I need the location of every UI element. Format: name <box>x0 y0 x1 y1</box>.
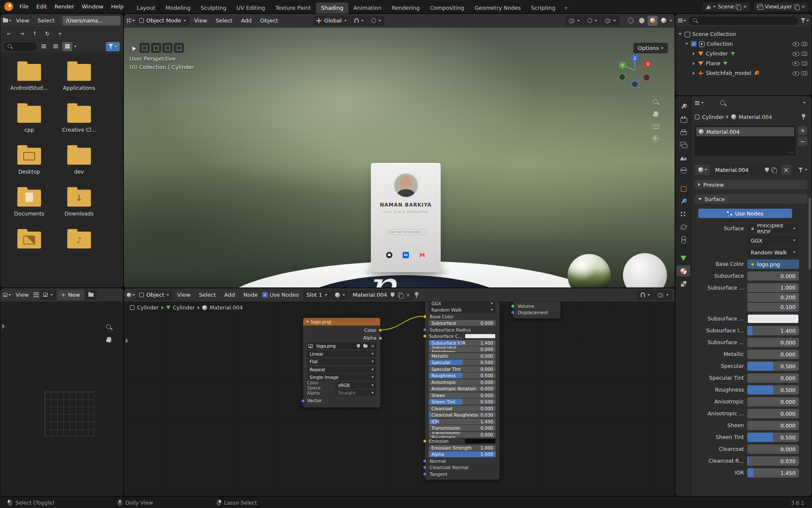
bsdf-row-normal[interactable]: Normal <box>429 458 496 464</box>
normal-input-socket[interactable] <box>423 459 427 463</box>
bsdf-row-clearcoat-roughness[interactable]: Clearcoat Roughness0.030 <box>429 412 496 418</box>
image-texture-node[interactable]: logo.png Color Alpha logo.png Linear Fla… <box>303 318 381 408</box>
folder-item-androidstud[interactable]: AndroidStud... <box>8 61 50 91</box>
shading-solid-button[interactable] <box>636 16 647 26</box>
prop-row-random-walk[interactable]: Random Walk <box>695 248 807 257</box>
properties-tab-data[interactable] <box>677 253 690 264</box>
material-slot-item[interactable]: Material.004 <box>696 127 794 136</box>
menu-render[interactable]: Render <box>51 2 78 11</box>
image-texture-node-header[interactable]: logo.png <box>303 318 380 326</box>
collapse-icon[interactable] <box>306 321 309 323</box>
bsdf-row-ior[interactable]: IOR1.450 <box>429 419 496 425</box>
options-icon[interactable] <box>803 102 806 104</box>
file-search-input[interactable] <box>4 42 37 51</box>
camera-view-icon[interactable] <box>652 124 659 129</box>
clearcoat-normal-input-socket[interactable] <box>423 466 427 469</box>
proportional-edit-dropdown[interactable] <box>368 16 384 26</box>
surface-panel-header[interactable]: Surface <box>695 194 807 204</box>
tangent-input-socket[interactable] <box>423 472 427 476</box>
prop-row-clearcoat-r[interactable]: Clearcoat R...0.030 <box>695 456 807 466</box>
copy-material-icon[interactable] <box>771 167 776 172</box>
shading-material-button[interactable] <box>647 16 658 26</box>
prop-row-ggx[interactable]: GGX <box>695 236 807 245</box>
fake-user-icon[interactable] <box>355 342 362 349</box>
add-workspace-button[interactable]: + <box>560 3 572 14</box>
workspace-tab-animation[interactable]: Animation <box>348 3 387 14</box>
chevron-down-icon[interactable] <box>807 20 809 22</box>
hide-viewport-icon[interactable] <box>793 71 799 76</box>
new-scene-icon[interactable] <box>736 4 741 9</box>
new-image-button[interactable]: New <box>57 290 84 300</box>
editor-type-icon[interactable] <box>127 293 132 297</box>
editor-type-icon[interactable] <box>126 18 132 23</box>
overlays-dropdown[interactable] <box>601 16 619 26</box>
displacement-input-socket[interactable] <box>511 311 515 315</box>
file-browser-select-menu[interactable]: Select <box>34 16 58 25</box>
prop-row-subsurface[interactable]: Subsurface ...1.0000.2000.100 <box>695 283 807 312</box>
extension-dropdown[interactable]: Repeat <box>307 366 376 373</box>
scrollbar[interactable] <box>809 198 811 270</box>
prop-row-clearcoat[interactable]: Clearcoat0.000 <box>695 444 807 454</box>
shader-type-dropdown[interactable]: Object <box>136 290 173 300</box>
prop-row-subsurface[interactable]: Subsurface ...0.000 <box>695 338 807 347</box>
folder-item-desktop[interactable]: Desktop <box>8 145 50 175</box>
folder-item-applications[interactable]: Applications <box>58 61 100 91</box>
bsdf-row-specular-tint[interactable]: Specular Tint0.000 <box>429 366 496 372</box>
fake-user-icon[interactable] <box>765 168 769 172</box>
display-list-button[interactable] <box>38 42 49 51</box>
viewport-view-menu[interactable]: View <box>190 16 211 25</box>
prop-row-anisotropic[interactable]: Anisotropic ...0.000 <box>695 409 807 418</box>
use-nodes-checkbox[interactable] <box>262 292 268 298</box>
properties-tab-viewlayer[interactable] <box>677 139 690 150</box>
transform-orientation-dropdown[interactable]: Global <box>313 16 350 26</box>
refresh-button[interactable]: ↻ <box>42 29 53 39</box>
scene-selector[interactable]: Scene <box>702 2 750 12</box>
hide-viewport-icon[interactable] <box>793 41 799 47</box>
menu-help[interactable]: Help <box>107 2 128 11</box>
hide-render-icon[interactable] <box>801 71 807 75</box>
bsdf-row-transmission[interactable]: Transmission0.000 <box>429 425 496 431</box>
workspace-tab-scripting[interactable]: Scripting <box>526 3 561 14</box>
prop-row-surface[interactable]: SurfacePrincipled BSDF <box>695 224 807 233</box>
navigation-gizmo[interactable]: Z Y X <box>615 52 654 91</box>
zoom-icon[interactable] <box>653 99 659 105</box>
filter-icon[interactable] <box>798 168 803 172</box>
business-card-object[interactable]: NAMAN BARKIYA FULL STACK DEVELOPER Scan … <box>371 163 441 272</box>
workspace-tab-layout[interactable]: Layout <box>132 3 160 14</box>
properties-tab-tool[interactable] <box>677 101 690 112</box>
remove-viewlayer-icon[interactable] <box>801 4 805 9</box>
bsdf-row-alpha[interactable]: Alpha1.000 <box>429 451 496 457</box>
create-directory-button[interactable]: + <box>55 29 66 39</box>
new-viewlayer-icon[interactable] <box>794 4 799 9</box>
select-intersect-button[interactable] <box>174 43 184 53</box>
material-name-field[interactable]: Material.004 <box>712 165 779 175</box>
bsdf-row-sheen-tint[interactable]: Sheen Tint0.500 <box>429 399 496 405</box>
mode-dropdown[interactable]: Object Mode <box>136 16 189 26</box>
bsdf-row-anisotropic-rotation[interactable]: Anisotropic Rotation0.000 <box>429 386 496 392</box>
properties-tab-output[interactable] <box>677 127 690 138</box>
workspace-tab-shading[interactable]: Shading <box>316 3 348 14</box>
hide-viewport-icon[interactable] <box>793 51 799 56</box>
outliner-row-scene-collection[interactable]: Scene Collection <box>675 29 812 39</box>
bsdf-subsurface-method-dropdown[interactable]: Random Walk <box>429 307 496 313</box>
properties-tab-object[interactable] <box>677 183 690 194</box>
prop-row-roughness[interactable]: Roughness0.500 <box>695 385 807 395</box>
region-toggle-icon[interactable] <box>2 324 5 329</box>
bsdf-row-clearcoat[interactable]: Clearcoat0.000 <box>429 406 496 411</box>
mirror-sphere-object[interactable] <box>568 254 611 287</box>
bsdf-row-transmission-roughness[interactable]: Transmission Roughness0.000 <box>429 432 496 438</box>
properties-tab-constraints[interactable] <box>677 234 690 245</box>
menu-edit[interactable]: Edit <box>33 2 51 11</box>
preview-panel-header[interactable]: Preview <box>695 180 807 189</box>
prop-row-subsurface[interactable]: Subsurface0.000 <box>695 271 807 281</box>
alpha-output-socket[interactable] <box>379 336 382 340</box>
folder-item-documents[interactable]: Documents <box>8 187 50 217</box>
material-slot-list[interactable]: Material.004 <box>695 126 796 155</box>
folder-item-image[interactable] <box>8 229 50 259</box>
region-toggle-icon[interactable] <box>126 338 129 343</box>
bsdf-row-subsurface-ior[interactable]: Subsurface IOR1.400 <box>429 340 496 346</box>
bsdf-row-tangent[interactable]: Tangent <box>429 471 496 477</box>
bsdf-row-emission-strength[interactable]: Emission Strength1.000 <box>429 445 496 451</box>
white-sphere-object[interactable] <box>623 253 667 287</box>
overlays-node-dropdown[interactable] <box>654 290 672 300</box>
